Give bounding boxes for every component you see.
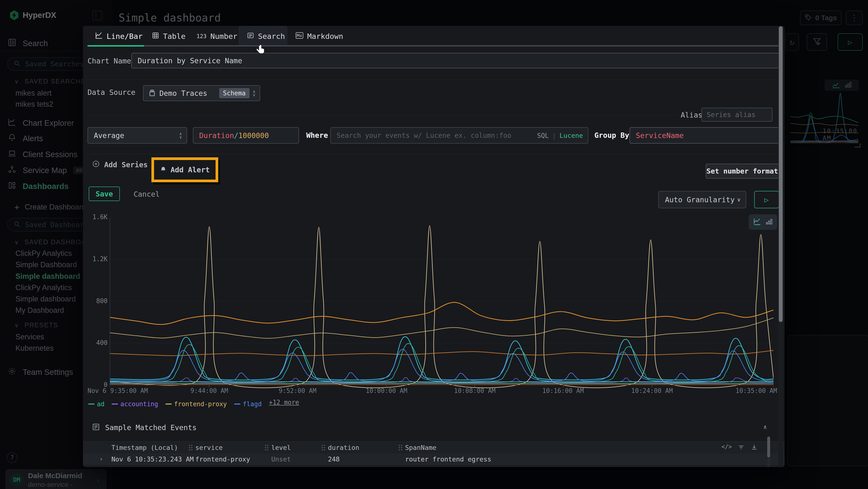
list-icon <box>92 423 100 432</box>
col-level[interactable]: level <box>271 444 291 451</box>
legend-label: accounting <box>120 400 158 408</box>
sample-events-header[interactable]: Sample Matched Events <box>92 423 196 432</box>
where-input[interactable]: Search your events w/ Lucene ex. column:… <box>330 127 588 144</box>
drag-handle-icon[interactable] <box>265 445 266 446</box>
formula-field: Duration <box>199 131 234 140</box>
divider <box>88 115 675 115</box>
cancel-button[interactable]: Cancel <box>133 190 160 198</box>
drag-handle-icon[interactable] <box>322 445 323 446</box>
col-timestamp[interactable]: Timestamp (Local) <box>112 444 178 451</box>
legend-more-link[interactable]: +12 more <box>269 399 299 406</box>
modal-scrollbar-thumb[interactable] <box>779 26 783 322</box>
sql-mode[interactable]: SQL <box>537 132 549 139</box>
chart-name-input[interactable]: Duration by Service Name <box>131 53 779 68</box>
tab-markdown[interactable]: Markdown <box>296 26 343 47</box>
series-teal-bumps <box>110 343 774 382</box>
legend-item[interactable]: flagd <box>234 400 261 408</box>
data-source-label: Data Source <box>88 88 135 96</box>
legend-swatch <box>165 404 172 405</box>
series-khaki <box>110 318 774 338</box>
y-tick-label: 1.6K <box>92 213 107 221</box>
markdown-icon <box>296 32 303 41</box>
tab-search[interactable]: Search <box>247 26 285 47</box>
schema-badge: Schema <box>219 88 250 98</box>
sample-events-title: Sample Matched Events <box>105 423 196 432</box>
chart-legend: adaccountingfrontend-proxyflagd+12 more <box>88 399 763 407</box>
formula-input[interactable]: Duration/1000000 <box>193 127 299 144</box>
chart-name-label: Chart Name <box>88 57 131 65</box>
table-scrollbar-thumb[interactable] <box>767 437 770 457</box>
play-icon: ▷ <box>764 196 769 204</box>
x-tick-label: 10:08:00 AM <box>454 387 495 394</box>
x-tick-label: 10:00:00 AM <box>366 387 407 394</box>
tab-number[interactable]: 123 Number <box>196 26 238 47</box>
filter-lines-icon[interactable] <box>738 444 745 452</box>
legend-swatch <box>88 404 94 405</box>
legend-swatch <box>112 404 118 405</box>
add-alert-label: Add Alert <box>170 166 210 174</box>
group-by-input[interactable]: ServiceName <box>629 127 779 144</box>
select-carets-icon: ∧∨ <box>253 90 255 96</box>
y-tick-label: 800 <box>96 297 107 305</box>
list-icon <box>247 32 254 41</box>
query-language-toggle[interactable]: SQL | Lucene <box>537 132 583 139</box>
data-source-select[interactable]: Demo Traces Schema ∧∨ <box>143 85 260 101</box>
where-label: Where <box>306 131 328 140</box>
add-alert-button-highlighted[interactable]: Add Alert <box>151 157 218 182</box>
tab-table[interactable]: Table <box>152 26 185 47</box>
legend-item[interactable]: ad <box>88 400 104 408</box>
set-number-format-button[interactable]: Set number format <box>706 164 779 179</box>
divider <box>88 79 779 80</box>
code-icon[interactable]: </> <box>721 443 732 450</box>
alias-input[interactable]: Series alias <box>702 108 773 122</box>
legend-item[interactable]: accounting <box>112 400 158 408</box>
event-service: frontend-proxy <box>195 456 250 463</box>
aggregation-select[interactable]: Average ∧∨ <box>88 127 187 144</box>
x-tick-label: 10:35:00 AM <box>736 387 777 394</box>
legend-item[interactable]: frontend-proxy <box>165 400 227 408</box>
chevron-down-icon: ∨ <box>737 197 740 203</box>
modal-scrollbar-track[interactable] <box>778 26 783 467</box>
database-icon <box>149 90 156 97</box>
drag-handle-icon[interactable] <box>399 445 400 446</box>
alias-label: Alias <box>681 111 702 119</box>
divider <box>88 154 779 154</box>
circle-plus-icon <box>92 160 100 169</box>
chart-editor-modal: Line/Bar Table 123 Number Search Markdow… <box>83 26 784 467</box>
y-tick-label: 1.2K <box>92 255 107 263</box>
table-scrollbar-track[interactable] <box>767 436 770 467</box>
tab-line-bar[interactable]: Line/Bar <box>95 26 143 47</box>
series-orange-upper <box>110 303 774 325</box>
lucene-mode[interactable]: Lucene <box>559 132 583 139</box>
legend-label: flagd <box>243 400 261 408</box>
col-duration[interactable]: duration <box>328 444 359 451</box>
x-axis-labels: Nov 6 9:35:00 AM9:44:00 AM9:52:00 AM10:0… <box>110 387 774 395</box>
event-spanname: router frontend egress <box>405 456 491 463</box>
formula-value: 1000000 <box>239 131 269 140</box>
expand-chevron-icon[interactable]: › <box>99 456 103 462</box>
tab-underline-active <box>88 45 144 47</box>
legend-swatch <box>234 404 240 405</box>
col-spanname[interactable]: SpanName <box>405 444 436 451</box>
number-123-icon: 123 <box>196 33 207 39</box>
event-duration: 248 <box>328 456 340 463</box>
event-row[interactable]: › Nov 6 10:35:23.243 AM frontend-proxy U… <box>83 454 784 465</box>
save-button[interactable]: Save <box>89 186 120 201</box>
col-service[interactable]: service <box>195 444 223 451</box>
table-icon <box>152 32 159 41</box>
collapse-chevron-icon[interactable]: ∧ <box>763 424 767 430</box>
tab-underline-track <box>88 45 779 47</box>
legend-label: ad <box>97 400 104 408</box>
download-icon[interactable] <box>751 444 757 452</box>
event-row[interactable]: › Nov 6 10:35:23.243 AM frontend-proxy U… <box>83 466 784 467</box>
drag-handle-icon[interactable] <box>189 445 190 446</box>
x-tick-label: 10:16:00 AM <box>542 387 584 394</box>
select-carets-icon: ∧∨ <box>179 132 182 139</box>
add-series-button[interactable]: Add Series <box>92 160 148 169</box>
run-query-button[interactable]: ▷ <box>754 191 779 208</box>
granularity-select[interactable]: Auto Granularity ∨ <box>658 191 746 208</box>
x-tick-label: Nov 6 9:35:00 AM <box>88 387 148 394</box>
main-chart[interactable] <box>110 217 774 389</box>
mouse-cursor <box>255 44 266 57</box>
events-table-header-row: Timestamp (Local) service level duration… <box>83 441 784 454</box>
